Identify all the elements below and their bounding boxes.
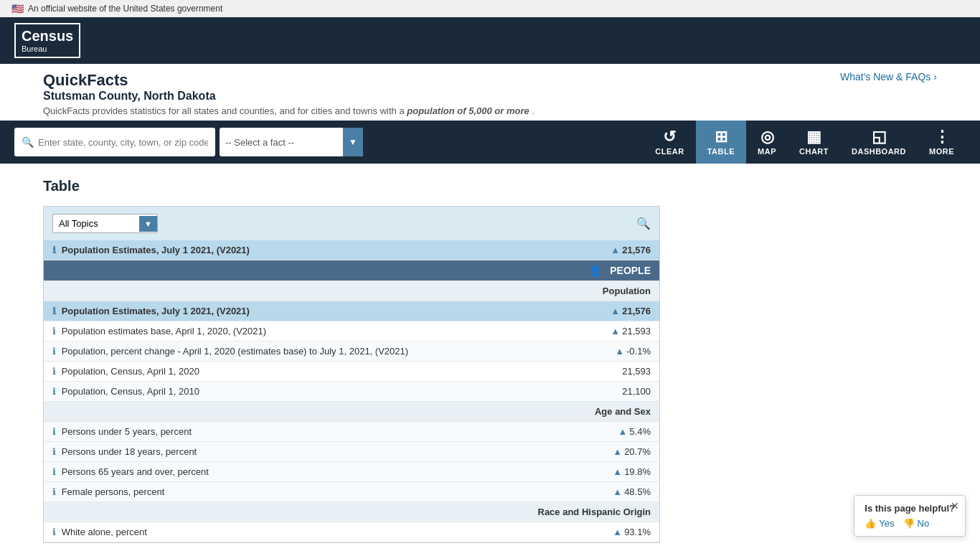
close-icon[interactable]: ✕ (951, 500, 959, 512)
search-icon: 🔍 (22, 136, 34, 148)
table-row: Population (44, 281, 659, 301)
topic-select-dropdown[interactable]: All Topics Population Age and Sex Race H… (53, 215, 139, 232)
row-value: 21,100 (578, 382, 659, 402)
search-input[interactable] (38, 137, 208, 148)
info-icon[interactable]: ℹ (52, 245, 56, 255)
row-value: ▲21,576 (578, 301, 659, 321)
helpful-question: Is this page helpful? (864, 503, 955, 514)
map-icon: ◎ (760, 129, 774, 145)
info-icon[interactable]: ℹ (52, 306, 56, 316)
clear-icon: ↺ (663, 129, 676, 145)
row-label-text: Persons under 5 years, percent (62, 426, 192, 437)
helpful-widget: ✕ Is this page helpful? 👍 Yes 👎 No (854, 495, 966, 537)
table-row: Age and Sex (44, 402, 659, 422)
gov-banner: 🇺🇸 An official website of the United Sta… (0, 0, 980, 17)
whats-new-link[interactable]: What's New & FAQs › (840, 71, 937, 83)
person-icon: 👤 (589, 265, 601, 276)
search-box: 🔍 (14, 128, 215, 156)
row-label: ℹ Population, Census, April 1, 2010 (44, 382, 578, 402)
table-search-icon[interactable]: 🔍 (636, 217, 651, 230)
table-controls: All Topics Population Age and Sex Race H… (44, 207, 659, 240)
chart-label: CHART (799, 147, 829, 156)
chart-icon: ▦ (806, 129, 821, 145)
data-table: ℹ Population Estimates, July 1 2021, (V2… (44, 240, 659, 542)
clear-button[interactable]: ↺ CLEAR (644, 121, 695, 164)
logo-bureau: Bureau (22, 44, 73, 54)
info-icon[interactable]: ℹ (52, 386, 56, 397)
triangle-icon: ▲ (615, 346, 624, 357)
dashboard-button[interactable]: ◱ DASHBOARD (840, 121, 918, 164)
subsection-label: Race and Hispanic Origin (44, 502, 659, 522)
row-label-text: Population estimates base, April 1, 2020… (62, 326, 266, 336)
row-label: ℹ Population Estimates, July 1 2021, (V2… (44, 301, 578, 321)
row-label-text: Population, Census, April 1, 2010 (62, 386, 199, 397)
row-value: ▲20.7% (578, 442, 659, 462)
chart-button[interactable]: ▦ CHART (788, 121, 840, 164)
helpful-yes-button[interactable]: 👍 Yes (864, 518, 894, 529)
section-header-label: 👤 PEOPLE (44, 260, 659, 281)
triangle-icon: ▲ (618, 426, 627, 437)
helpful-no-button[interactable]: 👎 No (903, 518, 930, 529)
table-row: Race and Hispanic Origin (44, 502, 659, 522)
table-row: ℹ Population, Census, April 1, 2010 21,1… (44, 382, 659, 402)
row-value: ▲21,593 (578, 321, 659, 342)
quickfacts-title: QuickFacts (43, 71, 534, 90)
table-row: ℹ Population, percent change - April 1, … (44, 342, 659, 362)
triangle-icon: ▲ (611, 306, 620, 316)
row-label: ℹ Female persons, percent (44, 482, 578, 502)
row-value: ▲93.1% (578, 522, 659, 542)
table-row: ℹ Population Estimates, July 1 2021, (V2… (44, 240, 659, 260)
dashboard-label: DASHBOARD (852, 147, 906, 156)
chevron-right-icon: › (933, 71, 937, 83)
info-icon[interactable]: ℹ (52, 527, 56, 537)
row-label: ℹ Persons 65 years and over, percent (44, 462, 578, 482)
triangle-icon: ▲ (613, 527, 622, 537)
table-row: ℹ Population estimates base, April 1, 20… (44, 321, 659, 342)
info-icon[interactable]: ℹ (52, 426, 56, 437)
table-row: ℹ Persons under 18 years, percent ▲20.7% (44, 442, 659, 462)
clear-label: CLEAR (655, 147, 684, 156)
row-value: ▲19.8% (578, 462, 659, 482)
info-icon[interactable]: ℹ (52, 446, 56, 457)
info-icon[interactable]: ℹ (52, 466, 56, 477)
description-strong: population of 5,000 or more (407, 105, 529, 116)
map-label: MAP (758, 147, 776, 156)
table-row: ℹ Population Estimates, July 1 2021, (V2… (44, 301, 659, 321)
table-row: 👤 PEOPLE (44, 260, 659, 281)
table-row: ℹ Female persons, percent ▲48.5% (44, 482, 659, 502)
row-label-text: Population, percent change - April 1, 20… (62, 346, 408, 357)
info-icon[interactable]: ℹ (52, 366, 56, 377)
topic-select-wrap: All Topics Population Age and Sex Race H… (52, 214, 158, 233)
row-value: ▲21,576 (578, 240, 659, 260)
info-icon[interactable]: ℹ (52, 486, 56, 497)
flag-icon: 🇺🇸 (11, 3, 24, 14)
more-button[interactable]: ⋮ MORE (918, 121, 966, 164)
row-label-text: Population Estimates, July 1 2021, (V202… (62, 306, 250, 316)
info-icon[interactable]: ℹ (52, 346, 56, 357)
row-value: ▲48.5% (578, 482, 659, 502)
logo-census: Census (22, 27, 73, 44)
info-icon[interactable]: ℹ (52, 326, 56, 336)
row-label-text: Population, Census, April 1, 2020 (62, 366, 199, 377)
row-label-text: White alone, percent (62, 527, 147, 537)
no-label: No (918, 518, 930, 529)
row-label: ℹ Population estimates base, April 1, 20… (44, 321, 578, 342)
triangle-icon: ▲ (613, 446, 622, 457)
select-fact-wrapper: -- Select a fact -- ▼ (220, 128, 363, 156)
select-fact-arrow: ▼ (343, 128, 363, 156)
description-pre: QuickFacts provides statistics for all s… (43, 105, 405, 116)
thumbs-up-icon: 👍 (864, 518, 876, 529)
row-label-text: Female persons, percent (62, 486, 165, 497)
subsection-label: Age and Sex (44, 402, 659, 422)
thumbs-down-icon: 👎 (903, 518, 915, 529)
row-label-text: Persons under 18 years, percent (62, 446, 197, 457)
table-row: ℹ Population, Census, April 1, 2020 21,5… (44, 362, 659, 382)
table-button[interactable]: ⊞ TABLE (696, 121, 746, 164)
quickfacts-header: QuickFacts Stutsman County, North Dakota… (0, 64, 980, 121)
select-fact-dropdown[interactable]: -- Select a fact -- (220, 133, 343, 152)
data-table-wrapper: All Topics Population Age and Sex Race H… (43, 206, 660, 543)
topic-select-arrow: ▼ (139, 216, 157, 232)
more-icon: ⋮ (934, 129, 950, 145)
subsection-label: Population (44, 281, 659, 301)
map-button[interactable]: ◎ MAP (746, 121, 788, 164)
